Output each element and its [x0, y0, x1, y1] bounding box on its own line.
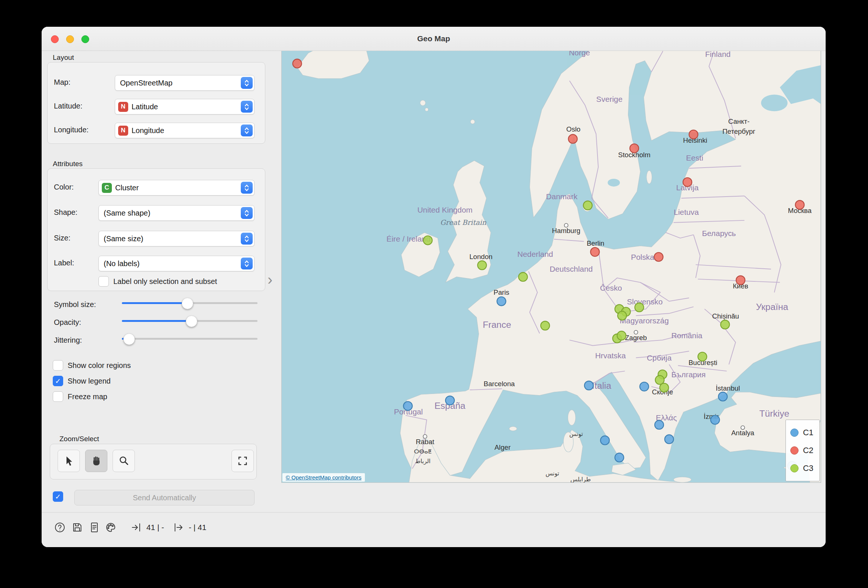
osm-attribution-link[interactable]: © OpenStreetMap contributors	[282, 473, 365, 482]
titlebar[interactable]: Geo Map	[41, 27, 826, 51]
data-point-C2[interactable]	[736, 276, 745, 285]
slider-track[interactable]	[122, 338, 257, 340]
latitude-label: Latitude:	[54, 102, 83, 110]
freeze-map-checkbox[interactable]: Freeze map	[53, 392, 108, 402]
zoom-extent-button[interactable]	[232, 450, 254, 472]
data-point-C3[interactable]	[477, 261, 486, 270]
label-label: Label:	[54, 259, 74, 267]
size-combobox[interactable]: (Same size)	[99, 231, 254, 247]
data-point-C1[interactable]	[711, 415, 720, 424]
opacity-row: Opacity:	[41, 315, 281, 330]
data-point-C2[interactable]	[630, 144, 639, 153]
data-point-C2[interactable]	[590, 248, 599, 257]
shape-combobox[interactable]: (Same shape)	[99, 205, 254, 221]
combo-dropdown-button[interactable]	[241, 182, 253, 194]
opacity-slider[interactable]	[122, 315, 257, 327]
europe-map[interactable]: ÍslandNorgeSuomi /FinlandSverigeСанкт-Пе…	[282, 32, 821, 482]
data-point-C1[interactable]	[601, 436, 610, 445]
data-point-C1[interactable]	[585, 381, 593, 390]
data-point-C2[interactable]	[795, 200, 804, 209]
map-label: България	[672, 370, 706, 379]
map-view[interactable]: ÍslandNorgeSuomi /FinlandSverigeСанкт-Пе…	[281, 32, 821, 483]
data-point-C3[interactable]	[519, 272, 528, 281]
data-point-C2[interactable]	[683, 178, 692, 186]
splitter-collapse-chevron[interactable]: ›	[267, 271, 272, 288]
data-point-C1[interactable]	[665, 435, 674, 444]
visual-settings-icon[interactable]	[105, 522, 117, 533]
combo-dropdown-button[interactable]	[241, 77, 253, 89]
label-combobox[interactable]: (No labels)	[99, 256, 254, 271]
data-point-C3[interactable]	[720, 320, 729, 329]
slider-thumb[interactable]	[186, 316, 197, 327]
map-label: Україна	[756, 302, 788, 312]
size-row: Size: (Same size)	[41, 231, 281, 246]
combo-dropdown-button[interactable]	[241, 101, 253, 112]
save-report-icon[interactable]	[71, 522, 83, 533]
symbol-size-row: Symbol size:	[41, 297, 281, 312]
longitude-combobox[interactable]: N Longitude	[115, 123, 254, 138]
data-point-C3[interactable]	[423, 236, 432, 245]
expand-icon	[236, 454, 249, 468]
data-point-C2[interactable]	[689, 130, 698, 139]
show-legend-checkbox[interactable]: Show legend	[53, 376, 111, 386]
legend-item-C1: C1	[790, 424, 813, 442]
combo-dropdown-button[interactable]	[241, 233, 253, 245]
map-source-combobox[interactable]: OpenStreetMap	[115, 75, 254, 91]
legend-color-dot	[790, 446, 799, 455]
shetland	[470, 120, 475, 124]
data-point-C1[interactable]	[615, 453, 624, 462]
combo-dropdown-button[interactable]	[241, 124, 253, 136]
report-document-icon[interactable]	[89, 522, 100, 533]
map-label: London	[469, 253, 492, 260]
data-point-C3[interactable]	[541, 321, 549, 330]
select-tool-button[interactable]	[58, 450, 80, 472]
help-icon[interactable]	[54, 522, 66, 533]
data-point-C2[interactable]	[293, 59, 302, 68]
zoom-select-section-title: Zoom/Select	[59, 435, 99, 443]
send-automatically-checkbox[interactable]	[53, 491, 63, 502]
jittering-label: Jittering:	[54, 336, 82, 344]
data-point-C3[interactable]	[617, 331, 626, 340]
latitude-combobox[interactable]: N Latitude	[115, 99, 254, 114]
data-point-C1[interactable]	[497, 297, 506, 306]
data-point-C1[interactable]	[640, 382, 649, 391]
combo-dropdown-button[interactable]	[241, 257, 253, 269]
pan-tool-button[interactable]	[85, 450, 108, 472]
data-point-C3[interactable]	[583, 201, 592, 210]
legend-item-C2: C2	[790, 442, 813, 459]
slider-thumb[interactable]	[123, 333, 135, 345]
data-point-C1[interactable]	[718, 392, 727, 401]
data-point-C3[interactable]	[698, 352, 707, 361]
map-label: ⵔⴱⴰⵟ	[414, 448, 432, 455]
map-label: Hrvatska	[595, 351, 626, 360]
map-label: Санкт-	[728, 117, 750, 125]
jittering-slider[interactable]	[122, 333, 257, 344]
data-point-C3[interactable]	[660, 383, 669, 392]
combo-dropdown-button[interactable]	[241, 207, 253, 219]
map-label: Barcelona	[484, 380, 515, 388]
zoom-tool-button[interactable]	[112, 450, 135, 472]
slider-fill	[122, 302, 187, 304]
map-label: Eesti	[686, 154, 703, 162]
show-color-regions-checkbox[interactable]: Show color regions	[53, 360, 131, 371]
color-combobox[interactable]: C Cluster	[99, 180, 254, 195]
data-point-C2[interactable]	[568, 134, 577, 143]
map-label: România	[672, 331, 703, 340]
data-point-C1[interactable]	[446, 396, 455, 405]
crete	[674, 477, 691, 482]
checkbox-box	[53, 491, 63, 502]
legend-color-dot	[790, 464, 799, 473]
slider-thumb[interactable]	[182, 298, 193, 309]
faroe-islands	[420, 100, 425, 106]
data-point-C1[interactable]	[403, 402, 412, 410]
symbol-size-slider[interactable]	[122, 297, 257, 309]
data-point-C1[interactable]	[655, 420, 664, 429]
data-point-C3[interactable]	[635, 303, 644, 312]
data-point-C3[interactable]	[617, 311, 626, 320]
map-label: İstanbul	[716, 384, 740, 392]
legend-item-C3: C3	[790, 459, 813, 477]
mallorca	[509, 426, 517, 431]
send-automatically-button[interactable]: Send Automatically	[74, 490, 254, 505]
data-point-C2[interactable]	[654, 253, 663, 261]
label-only-selection-checkbox[interactable]: Label only selection and subset	[99, 276, 217, 287]
